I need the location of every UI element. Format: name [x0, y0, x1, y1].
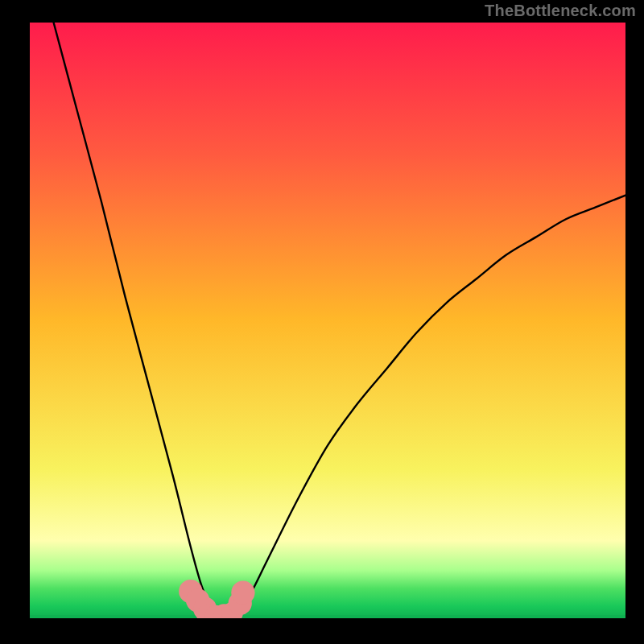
curve-marker	[231, 581, 254, 605]
chart-canvas	[0, 0, 644, 644]
green-baseline	[30, 615, 625, 618]
watermark-text: TheBottleneck.com	[485, 2, 636, 20]
gradient-background	[30, 23, 625, 618]
